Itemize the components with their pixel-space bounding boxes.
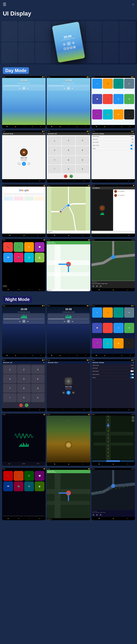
sunny-coffee-screen[interactable]: 10:50📶 Sunny Coffee Modern Restaurant (47, 239, 90, 291)
app-radio[interactable]: 📻 (103, 110, 113, 120)
night-home-2[interactable]: 20:08📶 🔋 20:08 A stunning display of bea… (47, 305, 90, 357)
track-1[interactable]: 华平_01题.mp3 (113, 190, 135, 194)
auto-connect-item[interactable]: Auto connect (92, 144, 135, 147)
app-file[interactable]: 📁 (113, 110, 124, 120)
zoom-out[interactable]: - (132, 419, 134, 422)
next-music-2[interactable]: ⏭ (71, 87, 74, 90)
num-3[interactable]: 3DEF (76, 136, 89, 146)
google-search-bar[interactable] (4, 193, 44, 195)
local-prev[interactable]: ⏮ (110, 231, 111, 233)
np-next[interactable]: ⏭ (100, 285, 102, 288)
night-cp-phone[interactable]: 📞 (3, 471, 13, 481)
bt-play[interactable]: ⏸ (22, 162, 26, 166)
num-hash[interactable]: # (76, 165, 89, 173)
night-play-2[interactable]: ⏸ (67, 320, 70, 323)
prev-music-2[interactable]: ⏮ (63, 87, 66, 90)
night-waveform-screen[interactable]: 11:35📶 (2, 414, 46, 466)
app-icon-4[interactable]: ⚙ (73, 46, 76, 49)
night-np-prev[interactable]: ⏮ (92, 514, 95, 516)
night-auto-connect[interactable]: Auto connect (92, 373, 135, 376)
bt-call-close[interactable]: ✕ (88, 133, 89, 134)
night-app-7[interactable]: B (113, 323, 124, 333)
bt-next[interactable]: ⏭ (27, 162, 30, 165)
app-music[interactable]: 🎵 (103, 78, 113, 89)
bt-settings-close[interactable]: ✕ (133, 133, 134, 134)
music-player-1[interactable]: ⏮ ⏸ ⏭ (3, 84, 45, 91)
night-num-hash[interactable]: # (31, 393, 44, 402)
night-np-next[interactable]: ⏭ (100, 514, 102, 516)
night-play-1[interactable]: ⏸ (22, 320, 26, 323)
carplay-podcast[interactable]: 🎙 (24, 242, 34, 252)
bt-music-close[interactable]: ✕ (43, 133, 44, 134)
auto-answer-toggle[interactable] (130, 142, 134, 143)
nav-btn-2[interactable] (106, 460, 120, 462)
night-bt-call-screen[interactable]: 11:40📶 🔋 Bluetooth_Call ✕ 1 2 3 4 5 6 7 … (2, 359, 46, 412)
night-photo-screen[interactable]: 10:50📶 🌿 📧 📻 ⚙ (47, 414, 90, 466)
night-app-12[interactable]: ⋯ (124, 338, 134, 348)
carplay-apps-screen[interactable]: 18:40📶 📞 🎵 🎙 💬 🗺 📷 ⚙ 🛣 (2, 239, 46, 291)
night-num-9[interactable]: 9 (31, 384, 44, 393)
night-auto-answer-toggle[interactable] (130, 370, 134, 372)
num-8[interactable]: 8 (62, 156, 75, 164)
app-more[interactable]: ⋯ (124, 110, 134, 120)
power-item[interactable]: Power (92, 147, 135, 150)
night-np-play[interactable]: ▶ (96, 514, 98, 516)
night-bt-play[interactable]: ⏸ (66, 391, 70, 394)
nav-icon[interactable]: ≡ (132, 2, 134, 6)
night-bt-next[interactable]: ⏭ (72, 391, 75, 394)
night-carplay-apps[interactable]: 18:40📶 📞 🎵 🎙 💬 🗺 📷 ⚙ 🛣 (2, 468, 46, 520)
power-toggle[interactable] (130, 148, 134, 150)
end-call-btn[interactable]: 📵 (64, 174, 68, 178)
carplay-settings[interactable]: ⚙ (24, 252, 34, 262)
night-power[interactable]: Power (92, 376, 135, 379)
night-app-1[interactable]: ✈ (92, 308, 102, 318)
night-bt-prev[interactable]: ⏮ (62, 391, 65, 394)
app-settings[interactable]: ⚙ (124, 78, 134, 89)
app-phone[interactable]: 📞 (113, 78, 124, 89)
google-shortcut-3[interactable] (24, 196, 34, 200)
night-app-5[interactable]: 💬 (92, 323, 102, 333)
not-playing-screen[interactable]: 10:159.0 mi Not Playing Start on Dongli (92, 239, 135, 291)
play-btn[interactable]: ⏸ (66, 41, 71, 46)
night-num-8[interactable]: 8 (17, 384, 30, 393)
carplay-maps[interactable]: 🗺 (3, 252, 13, 262)
day-home-screen-2[interactable]: 20:08📶 🔋 20:08 A stunning display of bea… (47, 76, 90, 128)
next-btn[interactable]: ⏭ (72, 41, 75, 44)
night-call-btn[interactable]: 📞 (25, 404, 28, 407)
num-6[interactable]: 6MNO (76, 146, 89, 155)
night-road-screen[interactable]: 10:509.0 mi + - (92, 414, 135, 466)
night-app-4[interactable]: ⚙ (124, 308, 134, 318)
night-home-1[interactable]: 20:08📶 🔋 20:08 A stunning display of bea… (2, 305, 46, 357)
next-music-1[interactable]: ⏭ (27, 87, 29, 90)
bt-prev[interactable]: ⏮ (18, 162, 20, 165)
night-cp-maps[interactable]: 🗺 (3, 482, 13, 491)
num-4[interactable]: 4GHI (48, 146, 61, 155)
google-shortcut-4[interactable] (34, 196, 44, 200)
night-end-call[interactable]: 📵 (19, 404, 23, 407)
np-play[interactable]: ▶ (96, 285, 98, 288)
zoom-in[interactable]: + (132, 416, 134, 419)
app-car[interactable]: 🚗 (103, 94, 113, 104)
play-music-2[interactable]: ⏸ (67, 86, 70, 90)
night-coffee-screen[interactable]: 10:50📶 Sunny Coffee Modern Restaurant (47, 468, 90, 520)
night-music-close[interactable]: ✕ (88, 362, 89, 363)
num-star[interactable]: * (48, 165, 61, 173)
num-7[interactable]: 7 (48, 156, 61, 164)
carplay-messages[interactable]: 💬 (35, 242, 44, 252)
prev-btn[interactable]: ⏮ (63, 43, 66, 46)
google-shortcut-2[interactable] (14, 196, 24, 200)
night-auto-connect-toggle[interactable] (130, 374, 134, 375)
night-app-11[interactable]: 📁 (113, 338, 124, 348)
bt-settings-screen[interactable]: 11:40📶 🔋 Bluetooth_Settings ✕ Device nam… (92, 130, 135, 183)
play-music-1[interactable]: ⏸ (22, 86, 26, 90)
carplay-music[interactable]: 🎵 (14, 242, 24, 252)
auto-answer-item[interactable]: Auto answer (92, 141, 135, 144)
night-bt-settings-screen[interactable]: 11:40📶 🔋 Bluetooth_Settings ✕ Device nam… (92, 359, 135, 412)
night-app-9[interactable]: 📷 (92, 338, 102, 348)
local-music-screen[interactable]: 11:40📶 SocialMusic (92, 185, 135, 237)
app-icon-2[interactable]: 🎵 (66, 47, 70, 50)
night-num-3[interactable]: 3 (31, 365, 44, 374)
night-np-screen[interactable]: 10:159.0 mi Not Playing St (92, 468, 135, 520)
app-telegram[interactable]: ✈ (92, 78, 102, 89)
night-cp-waze[interactable]: 🛣 (35, 482, 44, 491)
